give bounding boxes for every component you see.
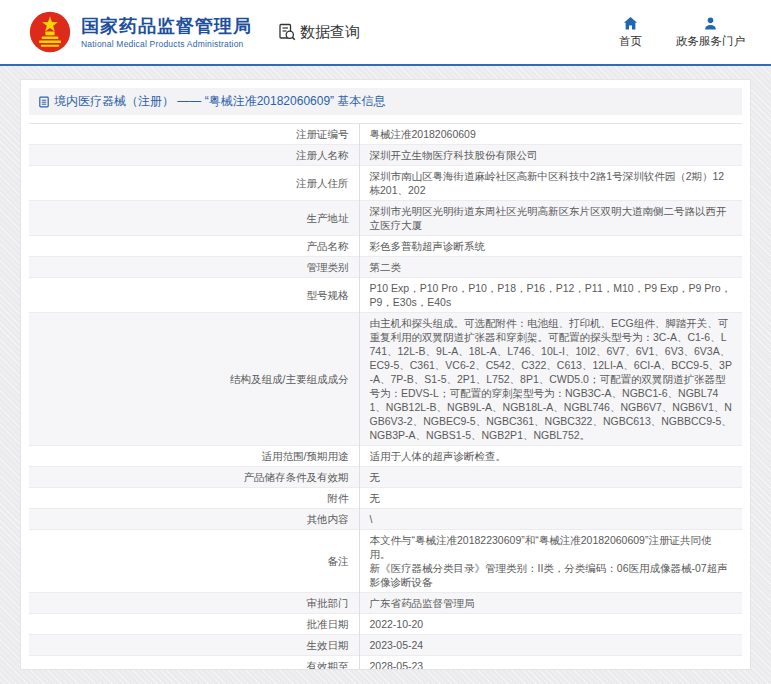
row-label: 审批部门 xyxy=(29,593,359,614)
row-label: 适用范围/预期用途 xyxy=(29,446,359,467)
nav-portal[interactable]: 政务服务门户 xyxy=(676,16,745,49)
row-label: 产品储存条件及有效期 xyxy=(29,467,359,488)
table-row: 附件 无 xyxy=(29,488,742,509)
table-row: 产品储存条件及有效期 无 xyxy=(29,467,742,488)
table-row: 产品名称 彩色多普勒超声诊断系统 xyxy=(29,236,742,257)
row-value: 2028-05-23 xyxy=(359,656,742,671)
row-label: 备注 xyxy=(29,530,359,593)
row-value: 2022-10-20 xyxy=(359,614,742,635)
row-label: 产品名称 xyxy=(29,236,359,257)
table-row: 注册人名称 深圳开立生物医疗科技股份有限公司 xyxy=(29,145,742,166)
row-value: 彩色多普勒超声诊断系统 xyxy=(359,236,742,257)
table-row: 有效期至 2028-05-23 xyxy=(29,656,742,671)
table-row: 生效日期 2023-05-24 xyxy=(29,635,742,656)
row-label: 注册人住所 xyxy=(29,166,359,201)
registration-info-table: 注册证编号 粤械注准20182060609 注册人名称 深圳开立生物医疗科技股份… xyxy=(29,123,742,670)
nav-home[interactable]: 首页 xyxy=(619,16,642,49)
row-value: 深圳市南山区粤海街道麻岭社区高新中区科技中2路1号深圳软件园（2期）12栋201… xyxy=(359,166,742,201)
row-value: \ xyxy=(359,509,742,530)
row-value: 由主机和探头组成。可选配附件：电池组、打印机、ECG组件、脚踏开关、可重复利用的… xyxy=(359,313,742,446)
nav-portal-label: 政务服务门户 xyxy=(676,34,745,49)
row-value: 无 xyxy=(359,488,742,509)
row-value: P10 Exp，P10 Pro，P10，P18，P16，P12，P11，M10，… xyxy=(359,278,742,313)
site-header: 国家药品监督管理局 National Medical Products Admi… xyxy=(0,0,771,64)
row-label: 有效期至 xyxy=(29,656,359,671)
table-row: 批准日期 2022-10-20 xyxy=(29,614,742,635)
row-label: 型号规格 xyxy=(29,278,359,313)
home-icon xyxy=(623,16,638,31)
row-value: 粤械注准20182060609 xyxy=(359,124,742,145)
agency-title: 国家药品监督管理局 xyxy=(81,15,252,37)
table-row: 其他内容 \ xyxy=(29,509,742,530)
brand-text: 国家药品监督管理局 National Medical Products Admi… xyxy=(81,15,252,49)
national-emblem-logo xyxy=(28,10,72,54)
info-table-body: 注册证编号 粤械注准20182060609 注册人名称 深圳开立生物医疗科技股份… xyxy=(29,124,742,671)
row-value: 深圳市光明区光明街道东周社区光明高新区东片区双明大道南侧二号路以西开立医疗大厦 xyxy=(359,201,742,236)
table-row: 结构及组成/主要组成成分 由主机和探头组成。可选配附件：电池组、打印机、ECG组… xyxy=(29,313,742,446)
row-value: 深圳开立生物医疗科技股份有限公司 xyxy=(359,145,742,166)
page-background: 境内医疗器械（注册） —— “粤械注准20182060609” 基本信息 注册证… xyxy=(0,66,771,684)
table-row: 注册人住所 深圳市南山区粤海街道麻岭社区高新中区科技中2路1号深圳软件园（2期）… xyxy=(29,166,742,201)
user-icon xyxy=(703,16,718,31)
row-label: 生效日期 xyxy=(29,635,359,656)
row-label: 生产地址 xyxy=(29,201,359,236)
top-nav: 首页 政务服务门户 xyxy=(619,16,745,49)
row-label: 管理类别 xyxy=(29,257,359,278)
nav-data-query[interactable]: 数据查询 xyxy=(278,23,360,42)
document-search-icon xyxy=(278,23,296,41)
row-value: 适用于人体的超声诊断检查。 xyxy=(359,446,742,467)
row-value: 第二类 xyxy=(359,257,742,278)
row-label: 结构及组成/主要组成成分 xyxy=(29,313,359,446)
page-title: 境内医疗器械（注册） —— “粤械注准20182060609” 基本信息 xyxy=(54,93,385,110)
row-label: 注册人名称 xyxy=(29,145,359,166)
table-row: 备注 本文件与“粤械注准20182230609”和“粤械注准2018206060… xyxy=(29,530,742,593)
table-row: 注册证编号 粤械注准20182060609 xyxy=(29,124,742,145)
data-query-label: 数据查询 xyxy=(300,23,360,42)
content-panel: 境内医疗器械（注册） —— “粤械注准20182060609” 基本信息 注册证… xyxy=(20,79,751,670)
table-row: 型号规格 P10 Exp，P10 Pro，P10，P18，P16，P12，P11… xyxy=(29,278,742,313)
table-row: 适用范围/预期用途 适用于人体的超声诊断检查。 xyxy=(29,446,742,467)
row-label: 批准日期 xyxy=(29,614,359,635)
table-row: 审批部门 广东省药品监督管理局 xyxy=(29,593,742,614)
row-value: 无 xyxy=(359,467,742,488)
row-value: 广东省药品监督管理局 xyxy=(359,593,742,614)
page-icon xyxy=(38,96,50,108)
row-value: 2023-05-24 xyxy=(359,635,742,656)
table-row: 生产地址 深圳市光明区光明街道东周社区光明高新区东片区双明大道南侧二号路以西开立… xyxy=(29,201,742,236)
brand: 国家药品监督管理局 National Medical Products Admi… xyxy=(28,10,252,54)
table-row: 管理类别 第二类 xyxy=(29,257,742,278)
row-label: 其他内容 xyxy=(29,509,359,530)
row-label: 附件 xyxy=(29,488,359,509)
nav-home-label: 首页 xyxy=(619,34,642,49)
row-label: 注册证编号 xyxy=(29,124,359,145)
row-value: 本文件与“粤械注准20182230609”和“粤械注准20182060609”注… xyxy=(359,530,742,593)
agency-subtitle: National Medical Products Administration xyxy=(81,39,252,49)
breadcrumb: 境内医疗器械（注册） —— “粤械注准20182060609” 基本信息 xyxy=(29,88,742,115)
